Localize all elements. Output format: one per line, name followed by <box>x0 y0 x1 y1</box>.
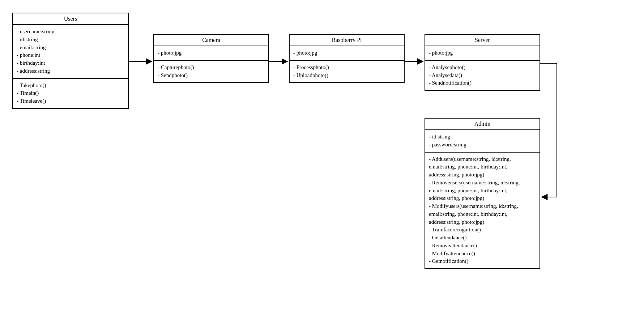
attr: - photo:jpg <box>429 49 536 57</box>
class-users-title: Users <box>13 13 128 25</box>
class-server-methods: - Analysephoto() - Analysedata() - Sendn… <box>425 61 539 90</box>
method: - Removeusers(username:string, id:string… <box>429 179 536 202</box>
attr: - id:string <box>429 133 536 141</box>
class-server-title: Server <box>425 35 539 46</box>
method: - Modifyattendance() <box>429 250 536 258</box>
class-raspberry-methods: - Processphoto() - Uploadphoto() <box>290 61 404 82</box>
diagram-canvas: Users - username:string - id:string - em… <box>0 0 644 312</box>
method: - Trainfacerecognition() <box>429 226 536 234</box>
attr: - password:string <box>429 141 536 149</box>
method: - Capturephoto() <box>158 64 265 72</box>
method: - Addusers(username:string, id:string, e… <box>429 155 536 179</box>
class-camera-methods: - Capturephoto() - Sendphoto() <box>154 61 268 82</box>
class-users: Users - username:string - id:string - em… <box>12 13 129 109</box>
attr: - email:string <box>17 44 124 52</box>
method: - Analysephoto() <box>429 64 536 72</box>
class-camera: Camera - photo:jpg - Capturephoto() - Se… <box>153 34 269 83</box>
method: - Getattendance() <box>429 234 536 242</box>
class-raspberry-attributes: - photo:jpg <box>290 46 404 61</box>
class-users-attributes: - username:string - id:string - email:st… <box>13 25 128 79</box>
class-server-attributes: - photo:jpg <box>425 46 539 61</box>
method: - Modifyusers(username:string, id:string… <box>429 202 536 226</box>
method: - Timein() <box>17 89 124 97</box>
arrow-server-admin <box>540 63 557 197</box>
class-admin: Admin - id:string - password:string - Ad… <box>425 118 540 269</box>
method: - Sendnotification() <box>429 79 536 87</box>
method: - Sendphoto() <box>158 72 265 80</box>
attr: - id:string <box>17 36 124 44</box>
method: - Removeattendance() <box>429 242 536 250</box>
class-camera-title: Camera <box>154 35 268 46</box>
class-users-methods: - Takephoto() - Timein() - Timeleave() <box>13 79 128 108</box>
attr: - address:string <box>17 67 124 75</box>
method: - Takephoto() <box>17 82 124 90</box>
method: - Uploadphoto() <box>293 72 400 80</box>
attr: - photo:jpg <box>293 49 400 57</box>
class-server: Server - photo:jpg - Analysephoto() - An… <box>425 34 540 91</box>
method: - Getnotification() <box>429 257 536 265</box>
class-raspberry-title: Raspberry Pi <box>290 35 404 46</box>
class-admin-attributes: - id:string - password:string <box>425 130 539 153</box>
attr: - birthday:int <box>17 59 124 67</box>
method: - Analysedata() <box>429 72 536 80</box>
attr: - username:string <box>17 28 124 36</box>
attr: - phone:int <box>17 51 124 59</box>
method: - Processphoto() <box>293 64 400 72</box>
method: - Timeleave() <box>17 97 124 105</box>
attr: - photo:jpg <box>158 49 265 57</box>
class-raspberry: Raspberry Pi - photo:jpg - Processphoto(… <box>289 34 405 83</box>
class-admin-title: Admin <box>425 119 539 130</box>
class-camera-attributes: - photo:jpg <box>154 46 268 61</box>
class-admin-methods: - Addusers(username:string, id:string, e… <box>425 153 539 269</box>
